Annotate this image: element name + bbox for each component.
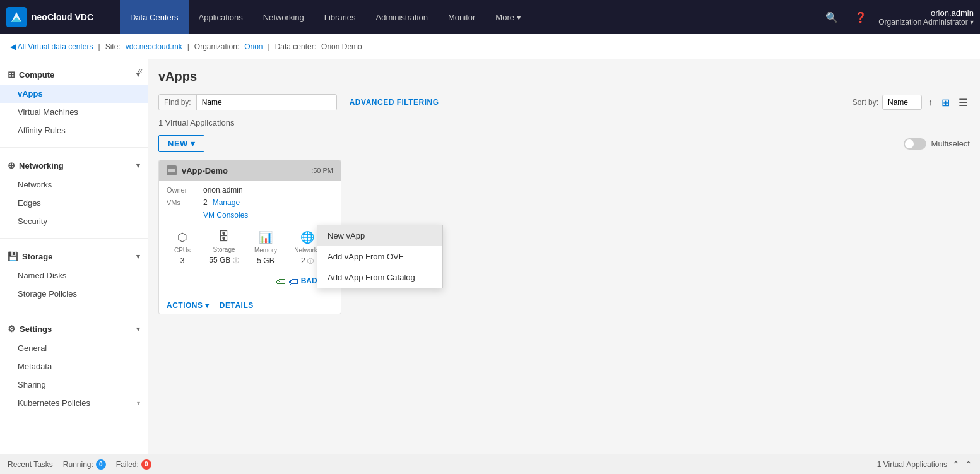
user-menu[interactable]: orion.admin Organization Administrator ▾: [878, 8, 974, 27]
vapp-vms-row: VMs 2 Manage: [167, 198, 333, 207]
sidebar-item-vapps[interactable]: vApps: [0, 85, 148, 103]
user-role: Organization Administrator ▾: [878, 18, 974, 27]
memory-label: Memory: [254, 247, 277, 254]
storage-value: 55 GB ⓘ: [209, 256, 239, 265]
toolbar: Find by: Name ADVANCED FILTERING Sort by…: [158, 94, 970, 110]
multiselect-toggle[interactable]: [904, 138, 926, 150]
nav-monitor[interactable]: Monitor: [438, 0, 485, 34]
find-by-input[interactable]: [235, 95, 336, 110]
site-link[interactable]: vdc.neocloud.mk: [126, 42, 182, 51]
networks-value: 2 ⓘ: [301, 256, 314, 266]
divider-1: [0, 147, 148, 148]
sidebar-storage-section: 💾 Storage ▾ Named Disks Storage Policies: [0, 241, 148, 308]
sidebar-settings-section: ⚙ Settings ▾ General Metadata Sharing Ku…: [0, 314, 148, 417]
nav-items: Data Centers Applications Networking Lib…: [120, 0, 820, 34]
sidebar-item-kubernetes-policies[interactable]: Kubernetes Policies ▾: [0, 394, 148, 412]
stat-cpus: ⬡ CPUs 3: [167, 230, 198, 266]
vapp-time: :50 PM: [311, 167, 333, 174]
networking-icon: ⊕: [8, 160, 15, 170]
dropdown-item-new-vapp[interactable]: New vApp: [317, 225, 442, 246]
advanced-filtering-button[interactable]: ADVANCED FILTERING: [345, 95, 444, 110]
nav-applications[interactable]: Applications: [189, 0, 253, 34]
failed-label: Failed:: [116, 460, 139, 469]
find-by-area: Find by: Name: [158, 94, 337, 110]
sidebar-item-networks[interactable]: Networks: [0, 175, 148, 194]
settings-icon: ⚙: [8, 324, 16, 334]
breadcrumb-sep-3: |: [268, 42, 270, 51]
compute-label: Compute: [19, 70, 54, 80]
sidebar-collapse-button[interactable]: «: [138, 66, 143, 76]
sidebar-item-security[interactable]: Security: [0, 212, 148, 230]
breadcrumb-sep-2: |: [187, 42, 189, 51]
memory-value: 5 GB: [257, 256, 274, 265]
storage-arrow-icon: ▾: [136, 252, 140, 261]
owner-label: Owner: [167, 186, 198, 194]
storage-label: Storage: [22, 252, 52, 261]
sidebar-item-virtual-machines[interactable]: Virtual Machines: [0, 103, 148, 121]
vms-label: VMs: [167, 199, 198, 206]
sidebar-item-metadata[interactable]: Metadata: [0, 357, 148, 376]
networks-icon: 🌐: [300, 230, 314, 244]
vapp-body: Owner orion.admin VMs 2 Manage VM Consol…: [159, 181, 341, 297]
content-area: vApps Find by: Name ADVANCED FILTERING S…: [148, 59, 980, 454]
actions-button[interactable]: ACTIONS ▾: [167, 301, 210, 310]
nav-administration[interactable]: Administration: [366, 0, 438, 34]
sidebar-item-affinity-rules[interactable]: Affinity Rules: [0, 121, 148, 139]
recent-tasks-area: Recent Tasks Running: 0 Failed: 0: [8, 459, 151, 470]
networking-arrow-icon: ▾: [136, 162, 140, 170]
nav-more[interactable]: More ▾: [485, 0, 531, 34]
expand-icon[interactable]: ⌃: [952, 459, 960, 470]
sort-by-select[interactable]: Name: [882, 95, 922, 110]
details-button[interactable]: DETAILS: [220, 301, 254, 310]
app-name: neoCloud VDC: [32, 12, 93, 22]
sidebar-item-general[interactable]: General: [0, 339, 148, 357]
cpus-label: CPUs: [174, 247, 191, 254]
nav-data-centers[interactable]: Data Centers: [120, 0, 189, 34]
sidebar-item-edges[interactable]: Edges: [0, 194, 148, 212]
dropdown-item-add-from-catalog[interactable]: Add vApp From Catalog: [317, 267, 442, 288]
failed-status: Failed: 0: [116, 459, 151, 470]
stat-storage: 🗄 Storage 55 GB ⓘ: [208, 230, 240, 266]
badge-green-icon[interactable]: 🏷: [276, 276, 286, 288]
sidebar-item-sharing[interactable]: Sharing: [0, 376, 148, 394]
sidebar-group-settings[interactable]: ⚙ Settings ▾: [0, 319, 148, 339]
sidebar-item-named-disks[interactable]: Named Disks: [0, 266, 148, 285]
vm-consoles-link[interactable]: VM Consoles: [203, 211, 248, 220]
badge-blue-icon[interactable]: 🏷: [288, 276, 298, 288]
expand-icon-2[interactable]: ⌃: [965, 459, 972, 470]
cpus-value: 3: [180, 256, 185, 265]
dropdown-item-add-from-ovf[interactable]: Add vApp From OVF: [317, 246, 442, 267]
find-by-select[interactable]: Name: [197, 95, 235, 110]
grid-view-button[interactable]: ⊞: [939, 95, 952, 110]
settings-arrow-icon: ▾: [136, 325, 140, 333]
owner-value: orion.admin: [203, 186, 243, 194]
search-icon[interactable]: 🔍: [820, 9, 843, 26]
back-to-vdcs[interactable]: ◀ All Virtual data centers: [10, 42, 93, 51]
divider-2: [0, 238, 148, 239]
sidebar-group-storage[interactable]: 💾 Storage ▾: [0, 246, 148, 266]
new-dropdown-menu: New vApp Add vApp From OVF Add vApp From…: [317, 225, 443, 288]
settings-label: Settings: [20, 324, 52, 334]
sidebar-networking-section: ⊕ Networking ▾ Networks Edges Security: [0, 150, 148, 235]
sidebar-item-storage-policies[interactable]: Storage Policies: [0, 285, 148, 303]
results-count: 1 Virtual Applications: [158, 118, 970, 127]
failed-count: 0: [141, 459, 151, 470]
top-navigation: neoCloud VDC Data Centers Applications N…: [0, 0, 980, 34]
list-view-button[interactable]: ☰: [956, 95, 970, 110]
nav-libraries[interactable]: Libraries: [314, 0, 366, 34]
help-icon[interactable]: ❓: [849, 9, 872, 26]
sidebar-group-networking[interactable]: ⊕ Networking ▾: [0, 155, 148, 175]
new-button[interactable]: NEW ▾: [158, 135, 204, 152]
vapp-status-icon: [167, 165, 177, 175]
running-status: Running: 0: [63, 459, 106, 470]
toggle-knob: [905, 139, 914, 148]
running-count: 0: [96, 459, 106, 470]
main-layout: « ⊞ Compute ▾ vApps Virtual Machines Aff…: [0, 59, 980, 454]
sidebar-group-compute[interactable]: ⊞ Compute ▾: [0, 64, 148, 85]
sort-direction-button[interactable]: ↑: [926, 96, 935, 109]
cpu-icon: ⬡: [177, 230, 187, 244]
breadcrumb: ◀ All Virtual data centers | Site: vdc.n…: [0, 34, 980, 59]
org-link[interactable]: Orion: [244, 42, 263, 51]
manage-link[interactable]: Manage: [213, 198, 240, 207]
nav-networking[interactable]: Networking: [253, 0, 314, 34]
